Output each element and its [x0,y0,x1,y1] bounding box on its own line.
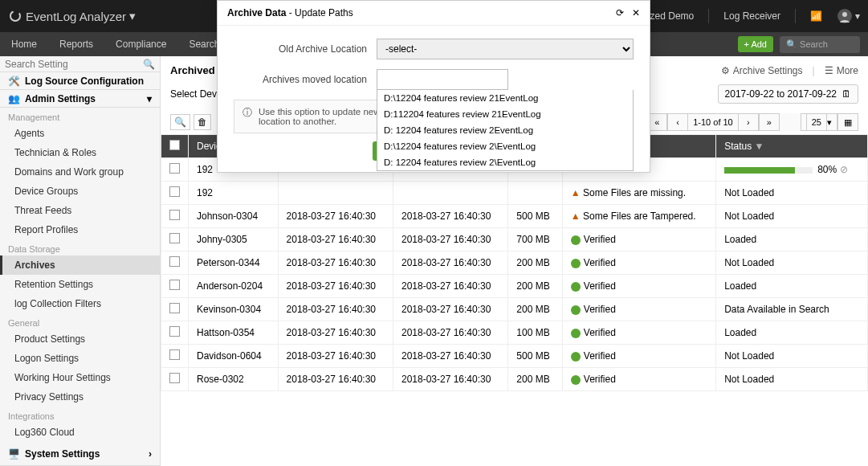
table-row[interactable]: Johnson-03042018-03-27 16:40:302018-03-2… [161,205,868,228]
pager-next[interactable]: › [738,113,759,131]
table-row[interactable]: Anderson-02042018-03-27 16:40:302018-03-… [161,275,868,298]
archive-settings-link[interactable]: ⚙Archive Settings [721,65,803,76]
cell-integrity: Verified [562,228,715,251]
sidebar-item-privacy[interactable]: Privacy Settings [0,387,160,407]
log-source-config-button[interactable]: 🛠️ Log Source Configuration [0,72,160,90]
cell-size: 500 MB [508,345,563,368]
sidebar-item-technician[interactable]: Technician & Roles [0,143,160,162]
table-row[interactable]: Peterson-03442018-03-27 16:40:302018-03-… [161,251,868,275]
row-checkbox[interactable] [169,280,180,290]
archive-settings-label: Archive Settings [733,65,803,76]
sidebar-item-agents[interactable]: Agents [0,124,160,143]
cell-status: Loaded [716,228,868,251]
group-management: Management [0,108,160,124]
cell-to: 2018-03-27 16:40:30 [393,298,507,321]
row-checkbox[interactable] [169,210,180,220]
table-row[interactable]: 192▲ Some Files are missing.Not Loaded [161,182,868,205]
row-checkbox[interactable] [169,233,180,243]
cell-status: Not Loaded [716,182,868,205]
delete-icon[interactable]: 🗑 [194,114,211,130]
select-all-checkbox[interactable] [169,140,180,150]
add-button[interactable]: + Add [738,36,773,52]
sidebar-item-log360[interactable]: Log360 Cloud [0,423,160,442]
tab-reports[interactable]: Reports [48,32,104,56]
row-checkbox[interactable] [169,256,180,267]
more-menu[interactable]: ☰More [825,65,858,76]
refresh-icon[interactable]: ⟳ [616,7,624,18]
table-row[interactable]: Kevinson-03042018-03-27 16:40:302018-03-… [161,298,868,321]
admin-settings-button[interactable]: 👥 Admin Settings ▾ [0,90,160,108]
cell-to: 2018-03-27 16:40:30 [393,345,507,368]
table-row[interactable]: Hattson-03542018-03-27 16:40:302018-03-2… [161,321,868,345]
row-checkbox[interactable] [169,326,180,337]
log-receiver-link[interactable]: Log Receiver [723,10,780,22]
cell-size: 200 MB [508,275,563,298]
sidebar-search-input[interactable] [5,59,143,70]
sidebar-item-product[interactable]: Product Settings [0,329,160,349]
dropdown-option[interactable]: D:\12204 features review 21EventLog [377,90,633,106]
wrench-icon: 🛠️ [8,76,20,87]
dropdown-option[interactable]: D: 12204 features review 2\EventLog [377,154,633,170]
sidebar-item-working-hour[interactable]: Working Hour Settings [0,368,160,387]
brand-caret-icon[interactable]: ▾ [129,9,136,23]
row-checkbox[interactable] [169,373,180,383]
update-paths-modal: Archive Data - Update Paths ⟳ ✕ Old Arch… [217,0,650,173]
dropdown-option[interactable]: D: 12204 features review 2EventLog [377,122,633,138]
table-row[interactable]: Davidson-06042018-03-27 16:40:302018-03-… [161,345,868,368]
sidebar-item-archives[interactable]: Archives [0,255,160,275]
sidebar-item-threat[interactable]: Threat Feeds [0,201,160,220]
check-icon [571,352,581,362]
sidebar-item-log-filters[interactable]: log Collection Filters [0,294,160,313]
cell-size: 500 MB [508,205,563,228]
global-search[interactable]: 🔍 Search [780,36,860,53]
date-range-picker[interactable]: 2017-09-22 to 2017-09-22 🗓 [718,84,858,104]
cell-to: 2018-03-27 16:40:30 [393,228,507,251]
pager-last[interactable]: » [759,113,780,131]
filter-icon[interactable]: ▼ [755,141,764,152]
sidebar-item-logon[interactable]: Logon Settings [0,349,160,368]
warning-icon: ▲ [571,211,581,222]
filter-toggle-icon[interactable]: 🔍 [170,114,190,130]
user-menu[interactable]: ▾ [837,8,860,24]
cell-size: 200 MB [508,368,563,391]
col-status[interactable]: Status [724,141,752,152]
pager: « ‹ 1-10 of 10 › » 25 ▾ ▦ [646,113,858,131]
cancel-load-icon[interactable]: ⊘ [840,164,848,175]
tab-home[interactable]: Home [0,32,48,56]
cell-integrity: Verified [562,275,715,298]
old-archive-location-select[interactable]: -select- [377,39,634,59]
search-icon[interactable]: 🔍 [143,59,155,70]
archives-moved-location-input[interactable] [377,69,508,90]
sidebar-item-retention[interactable]: Retention Settings [0,275,160,294]
sidebar-item-report-profiles[interactable]: Report Profiles [0,220,160,239]
cell-from [278,182,393,205]
archives-table: Device From To Size Integrity Status ▼ 1… [161,134,868,391]
cell-to: 2018-03-27 16:40:30 [393,321,507,345]
system-settings-button[interactable]: 🖥️ System Settings › [0,442,160,466]
columns-icon[interactable]: ▦ [837,113,858,131]
cell-from: 2018-03-27 16:40:30 [278,251,393,275]
location-dropdown-list: D:\12204 features review 21EventLogD:112… [377,90,634,171]
tab-compliance[interactable]: Compliance [104,32,177,56]
row-checkbox[interactable] [169,303,180,313]
table-row[interactable]: Johny-03052018-03-27 16:40:302018-03-27 … [161,228,868,251]
pager-prev[interactable]: ‹ [667,113,688,131]
dropdown-option[interactable]: D:\12204 features review 2\EventLog [377,138,633,154]
cell-integrity: ▲ Some Files are missing. [562,182,715,205]
cell-integrity: Verified [562,345,715,368]
cell-status: Not Loaded [716,368,868,391]
check-icon [571,235,581,245]
sidebar-item-device-groups[interactable]: Device Groups [0,182,160,201]
row-checkbox[interactable] [169,186,180,197]
sidebar: 🔍 🛠️ Log Source Configuration 👥 Admin Se… [0,56,161,466]
page-size-select[interactable]: 25 ▾ [801,113,837,131]
dropdown-option[interactable]: D:112204 features review 21EventLog [377,106,633,122]
close-icon[interactable]: ✕ [632,7,640,18]
row-checkbox[interactable] [169,163,180,174]
sidebar-item-domains[interactable]: Domains and Work group [0,162,160,182]
cell-device: Hattson-0354 [189,321,279,345]
table-row[interactable]: Rose-03022018-03-27 16:40:302018-03-27 1… [161,368,868,391]
antenna-icon[interactable]: 📶 [810,10,822,22]
gear-icon: ⚙ [721,65,730,76]
row-checkbox[interactable] [169,350,180,360]
